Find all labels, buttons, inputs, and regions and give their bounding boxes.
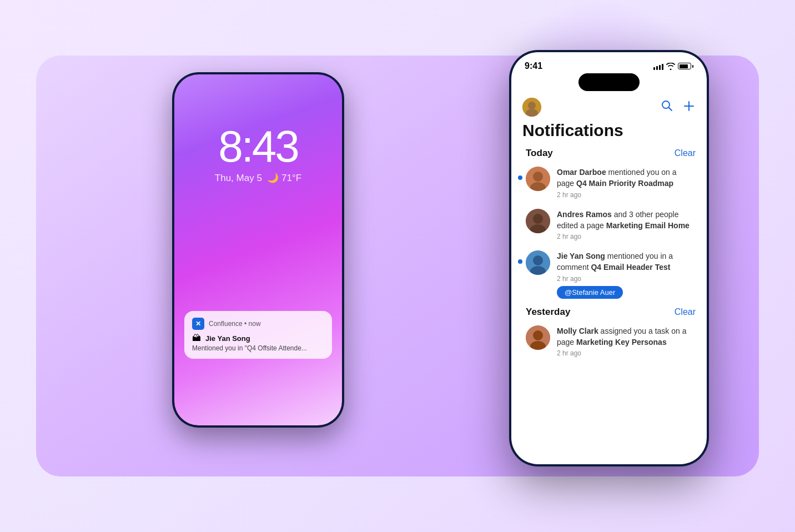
section-today: Today Clear bbox=[526, 148, 696, 299]
wifi-icon bbox=[666, 63, 675, 70]
notif-time-1: 2 hr ago bbox=[557, 191, 696, 199]
app-header bbox=[511, 96, 707, 120]
lock-app-label: Confluence • now bbox=[209, 320, 261, 328]
section-yesterday-title: Yesterday bbox=[526, 307, 570, 318]
notif-time-4: 2 hr ago bbox=[557, 349, 696, 357]
notif-text-1: Omar Darboe mentioned you on a page Q4 M… bbox=[557, 167, 696, 189]
yesterday-clear-btn[interactable]: Clear bbox=[675, 307, 696, 317]
notification-item-2[interactable]: Andres Ramos and 3 other people edited a… bbox=[526, 209, 696, 241]
avatar-molly bbox=[526, 325, 550, 350]
section-yesterday: Yesterday Clear bbox=[526, 307, 696, 358]
notification-item-1[interactable]: Omar Darboe mentioned you on a page Q4 M… bbox=[526, 167, 696, 199]
signal-icon bbox=[653, 63, 663, 70]
notification-item-3[interactable]: Jie Yan Song mentioned you in a comment … bbox=[526, 250, 696, 299]
confluence-icon: ✕ bbox=[192, 318, 204, 330]
svg-line-4 bbox=[669, 108, 672, 111]
page-title: Notifications bbox=[511, 120, 707, 148]
search-icon[interactable] bbox=[660, 99, 673, 116]
notif-text-3: Jie Yan Song mentioned you in a comment … bbox=[557, 250, 696, 273]
svg-point-1 bbox=[528, 102, 536, 109]
avatar-andres bbox=[526, 209, 550, 233]
lock-notif-text: Mentioned you in "Q4 Offsite Attende... bbox=[192, 344, 324, 352]
header-actions bbox=[660, 99, 696, 116]
phone-back: 8:43 Thu, May 5 🌙 71°F ✕ Confluence • no… bbox=[172, 72, 344, 428]
section-today-header: Today Clear bbox=[526, 148, 696, 159]
svg-point-11 bbox=[533, 214, 543, 224]
user-avatar[interactable] bbox=[522, 98, 541, 117]
lock-date: Thu, May 5 🌙 71°F bbox=[215, 172, 301, 184]
unread-dot-1 bbox=[518, 175, 522, 180]
svg-point-17 bbox=[533, 330, 543, 340]
section-today-title: Today bbox=[526, 148, 553, 159]
unread-dot-3 bbox=[518, 259, 522, 264]
svg-point-14 bbox=[533, 255, 543, 265]
battery-icon bbox=[678, 63, 693, 69]
avatar-jie bbox=[526, 250, 550, 275]
mention-tag: @Stefanie Auer bbox=[557, 286, 623, 299]
notification-item-4[interactable]: Molly Clark assigned you a task on a pag… bbox=[526, 325, 696, 358]
status-bar: 9:41 bbox=[511, 52, 707, 73]
lock-time: 8:43 bbox=[218, 124, 298, 169]
add-icon[interactable] bbox=[682, 99, 696, 115]
avatar-omar bbox=[526, 167, 550, 191]
lock-notification-card: ✕ Confluence • now 🏔 Jie Yan Song Mentio… bbox=[184, 311, 332, 359]
section-yesterday-header: Yesterday Clear bbox=[526, 307, 696, 318]
notifications-content[interactable]: Today Clear bbox=[511, 148, 707, 464]
notif-time-3: 2 hr ago bbox=[557, 275, 696, 283]
today-clear-btn[interactable]: Clear bbox=[675, 148, 696, 158]
status-icons bbox=[653, 63, 693, 70]
phone-front: 9:41 bbox=[509, 50, 709, 466]
svg-point-8 bbox=[533, 172, 543, 182]
notif-body-3: Jie Yan Song mentioned you in a comment … bbox=[557, 250, 696, 299]
dynamic-island bbox=[578, 73, 640, 91]
notif-body-2: Andres Ramos and 3 other people edited a… bbox=[557, 209, 696, 241]
notif-text-4: Molly Clark assigned you a task on a pag… bbox=[557, 325, 696, 348]
notif-body-1: Omar Darboe mentioned you on a page Q4 M… bbox=[557, 167, 696, 199]
notif-time-2: 2 hr ago bbox=[557, 233, 696, 240]
notif-body-4: Molly Clark assigned you a task on a pag… bbox=[557, 325, 696, 358]
notif-text-2: Andres Ramos and 3 other people edited a… bbox=[557, 209, 696, 232]
lock-notif-sender: Jie Yan Song bbox=[205, 334, 250, 343]
status-time: 9:41 bbox=[525, 61, 542, 71]
